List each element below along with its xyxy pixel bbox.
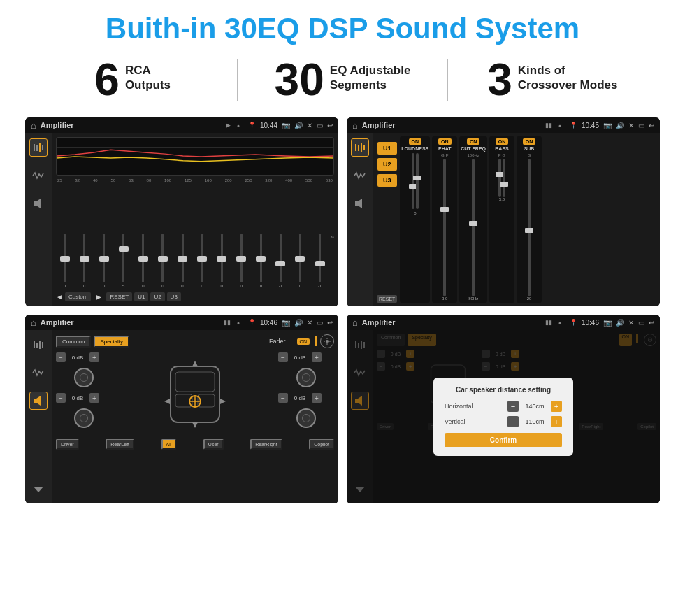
stat-label-rca-1: RCA	[125, 63, 171, 78]
eq-slider-2[interactable]: 0	[95, 186, 113, 288]
amp-reset-btn[interactable]: RESET	[377, 295, 397, 303]
slider-track-12[interactable]	[299, 234, 301, 282]
fader-on-badge[interactable]: ON	[297, 338, 310, 345]
sidebar-eq-icon[interactable]	[29, 138, 48, 157]
eq-slider-11[interactable]: -1	[272, 186, 289, 288]
amp-on-bass[interactable]: ON	[496, 138, 509, 145]
amp-on-cutfreq[interactable]: ON	[467, 138, 480, 145]
eq-u3-button[interactable]: U3	[167, 292, 181, 301]
slider-track-0[interactable]	[64, 234, 66, 282]
vertical-plus-btn[interactable]: +	[551, 416, 562, 427]
eq-slider-9[interactable]: 0	[233, 186, 250, 288]
eq-prev-button[interactable]: ◄	[56, 293, 63, 301]
fader-minus-bl[interactable]: −	[56, 393, 66, 403]
horizontal-minus-btn[interactable]: −	[507, 401, 519, 412]
fader-common-tab[interactable]: Common	[56, 336, 91, 348]
fader-plus-br[interactable]: +	[312, 393, 322, 403]
amp-slider-bass-2[interactable]	[503, 159, 505, 197]
confirm-button[interactable]: Confirm	[445, 433, 562, 447]
amp-slider-sub[interactable]	[528, 159, 531, 296]
amp-slider-loudness-2[interactable]	[416, 153, 419, 209]
slider-track-13[interactable]	[319, 234, 321, 282]
sidebar-wave-icon-2[interactable]	[351, 166, 369, 185]
eq-slider-5[interactable]: 0	[154, 186, 171, 288]
screen-content-2: U1 U2 U3 RESET ON LOUDNESS	[347, 133, 660, 306]
svg-marker-18	[34, 487, 43, 492]
horizontal-plus-btn[interactable]: +	[551, 401, 562, 412]
fader-user-btn[interactable]: User	[203, 439, 224, 450]
eq-slider-13[interactable]: -1	[311, 186, 329, 288]
eq-slider-3[interactable]: 5	[115, 186, 132, 288]
fader-plus-tl[interactable]: +	[89, 352, 99, 362]
fader-vol-tl: − 0 dB +	[56, 352, 112, 362]
eq-slider-8[interactable]: 0	[213, 186, 231, 288]
fader-vol-br: − 0 dB +	[278, 393, 334, 403]
fader-copilot-btn[interactable]: Copilot	[309, 439, 334, 450]
amp-on-phat[interactable]: ON	[438, 138, 452, 145]
pin-icon-3: 📍	[248, 319, 256, 326]
eq-slider-0[interactable]: 0	[56, 186, 73, 288]
slider-track-2[interactable]	[103, 234, 105, 282]
eq-reset-button[interactable]: RESET	[106, 292, 132, 301]
slider-track-6[interactable]	[182, 234, 184, 282]
sidebar-eq-icon-2[interactable]	[351, 138, 369, 157]
amp-sub-val: 20	[527, 296, 532, 301]
eq-slider-1[interactable]: 0	[75, 186, 93, 288]
amp-label-loudness: LOUDNESS	[401, 146, 428, 151]
slider-track-11[interactable]	[280, 234, 282, 282]
fader-rearright-btn[interactable]: RearRight	[250, 439, 282, 450]
eq-slider-7[interactable]: 0	[194, 186, 211, 288]
sidebar-wave-icon[interactable]	[29, 166, 48, 185]
sidebar-wave-icon-3[interactable]	[29, 364, 48, 382]
speaker-circle-br	[278, 408, 334, 428]
amp-slider-cutfreq[interactable]	[472, 159, 475, 296]
sidebar-speaker-icon[interactable]	[29, 194, 48, 213]
amp-u1-btn[interactable]: U1	[377, 142, 397, 155]
slider-val-5: 0	[161, 284, 164, 288]
amp-slider-phat[interactable]	[443, 159, 446, 296]
vertical-minus-btn[interactable]: −	[507, 416, 519, 427]
eq-slider-12[interactable]: 0	[291, 186, 309, 288]
fader-specialty-tab[interactable]: Specialty	[94, 336, 129, 348]
amp-u3-btn[interactable]: U3	[377, 174, 397, 187]
status-time-3: 10:46	[260, 319, 277, 327]
sidebar-speaker-icon-3[interactable]	[29, 392, 48, 410]
fader-minus-tr[interactable]: −	[278, 352, 288, 362]
slider-track-3[interactable]	[122, 234, 124, 282]
slider-track-10[interactable]	[260, 234, 262, 282]
slider-track-7[interactable]	[201, 234, 203, 282]
slider-expand-icon[interactable]: »	[331, 234, 334, 241]
amp-slider-bass-1[interactable]	[498, 159, 501, 197]
amp-slider-loudness-1[interactable]	[412, 153, 414, 209]
eq-custom-button[interactable]: Custom	[65, 292, 92, 301]
slider-track-9[interactable]	[240, 234, 243, 282]
eq-slider-4[interactable]: 0	[134, 186, 152, 288]
fader-all-btn[interactable]: All	[161, 439, 177, 450]
eq-play-button[interactable]: ▶	[93, 292, 104, 302]
fader-minus-br[interactable]: −	[278, 393, 288, 403]
slider-track-8[interactable]	[221, 234, 223, 282]
fader-minus-tl[interactable]: −	[56, 352, 66, 362]
eq-slider-10[interactable]: 0	[252, 186, 270, 288]
fader-plus-bl[interactable]: +	[89, 393, 99, 403]
fader-plus-tr[interactable]: +	[312, 352, 322, 362]
bars-icon-4: ▮▮	[545, 319, 552, 326]
amp-on-loudness[interactable]: ON	[409, 138, 422, 145]
eq-u2-button[interactable]: U2	[150, 292, 164, 301]
sidebar-arrow-icon-3[interactable]	[29, 480, 48, 498]
screen-title-4: Amplifier	[362, 318, 541, 327]
slider-track-4[interactable]	[142, 234, 144, 282]
amp-on-sub[interactable]: ON	[523, 138, 536, 145]
amp-u2-btn[interactable]: U2	[377, 158, 397, 171]
eq-slider-6[interactable]: 0	[173, 186, 191, 288]
back-icon-4: ↩	[649, 319, 654, 327]
dialog-horizontal-row: Horizontal − 140cm +	[445, 401, 562, 412]
fader-driver-btn[interactable]: Driver	[56, 439, 79, 450]
slider-track-5[interactable]	[161, 234, 164, 282]
fader-rearleft-btn[interactable]: RearLeft	[106, 439, 134, 450]
sidebar-eq-icon-3[interactable]	[29, 336, 48, 354]
sidebar-speaker-icon-2[interactable]	[351, 194, 369, 213]
fader-settings-icon[interactable]	[320, 334, 334, 348]
eq-u1-button[interactable]: U1	[134, 292, 148, 301]
slider-track-1[interactable]	[83, 234, 85, 282]
